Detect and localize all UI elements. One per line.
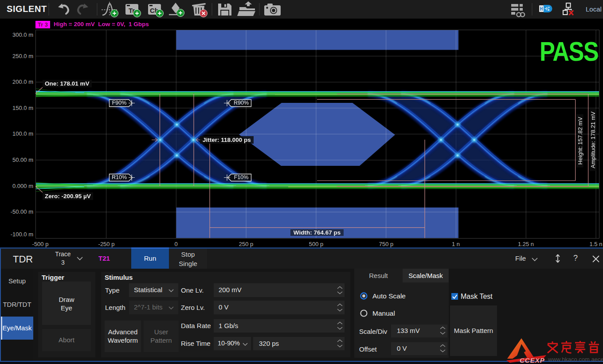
svg-text:www.hkaco.com aecexp: www.hkaco.com aecexp [548, 356, 603, 363]
svg-text:CCEXP: CCEXP [520, 356, 545, 364]
